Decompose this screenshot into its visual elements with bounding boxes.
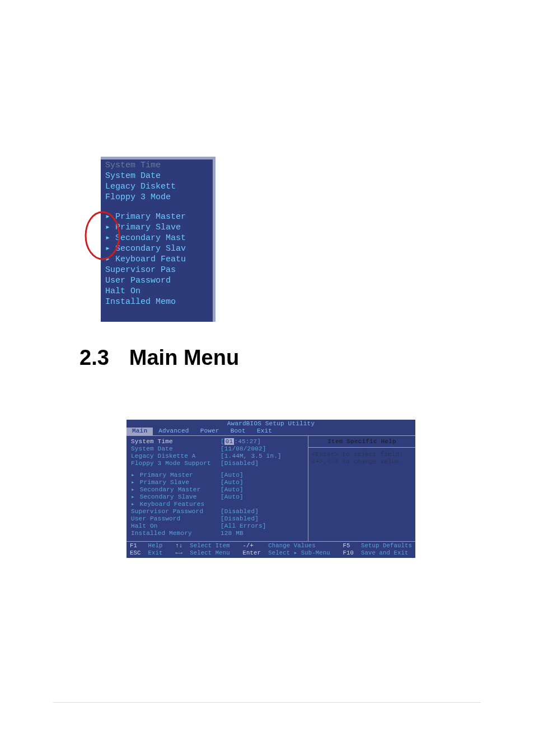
snippet-item-system-date: System Date: [105, 171, 212, 181]
tab-main[interactable]: Main: [127, 428, 153, 435]
help-title: Item Specific Help: [312, 438, 412, 445]
field-legacy-diskette-a[interactable]: Legacy Diskette A [1.44M, 3.5 in.]: [131, 453, 308, 460]
desc-change-values: Change Values: [268, 542, 316, 549]
value-user-password: [Disabled]: [221, 515, 259, 523]
field-primary-master[interactable]: ▸ Primary Master [Auto]: [131, 472, 308, 479]
footer-leftright: ←→ Select Menu: [175, 550, 230, 557]
bios-menu-bar: Main Advanced Power Boot Exit: [127, 428, 415, 435]
footer-esc: ESC Exit: [130, 550, 163, 557]
tab-exit[interactable]: Exit: [251, 428, 278, 435]
snippet-separator: [105, 203, 212, 212]
help-line-1: <Enter> to select field;: [312, 451, 412, 458]
red-callout-circle: [84, 210, 121, 261]
label-user-password: User Password: [131, 515, 221, 523]
field-halt-on[interactable]: Halt On [All Errors]: [131, 523, 308, 530]
label-halt-on: Halt On: [131, 523, 221, 530]
section-heading: 2.3Main Menu: [79, 346, 239, 370]
submenu-arrow-icon: ▸: [131, 501, 135, 508]
snippet-item-installed-memory: Installed Memo: [105, 297, 212, 307]
desc-select-submenu: Select ▸ Sub-Menu: [268, 550, 330, 556]
svg-point-0: [86, 212, 119, 259]
bios-help-panel: Item Specific Help <Enter> to select fie…: [308, 436, 415, 541]
key-leftright: ←→: [175, 550, 182, 556]
label-system-time: System Time: [131, 438, 221, 445]
tab-power[interactable]: Power: [195, 428, 225, 435]
value-primary-slave: [Auto]: [221, 479, 243, 486]
label-primary-master: ▸ Primary Master: [131, 472, 221, 479]
field-secondary-slave[interactable]: ▸ Secondary Slave [Auto]: [131, 494, 308, 501]
label-legacy-diskette-a: Legacy Diskette A: [131, 453, 221, 460]
field-floppy-3[interactable]: Floppy 3 Mode Support [Disabled]: [131, 460, 308, 467]
page-footer-rule: [53, 702, 481, 703]
submenu-arrow-icon: ▸: [131, 472, 135, 478]
snippet-primary-master-label: Primary Master: [115, 212, 186, 222]
field-system-date[interactable]: System Date [11/08/2002]: [131, 445, 308, 453]
snippet-secondary-master-label: Secondary Mast: [115, 233, 186, 243]
value-legacy-diskette-a: [1.44M, 3.5 in.]: [221, 453, 282, 460]
snippet-item-primary-master: ▸ Primary Master: [105, 212, 212, 222]
footer-f5: F5 Setup Defaults: [343, 542, 412, 550]
field-supervisor-password[interactable]: Supervisor Password [Disabled]: [131, 508, 308, 515]
keyboard-features-text: Keyboard Features: [140, 501, 205, 508]
snippet-text-block: System Time System Date Legacy Diskett F…: [105, 160, 212, 307]
desc-save-exit: Save and Exit: [361, 550, 409, 556]
field-system-time[interactable]: System Time [01:45:27]: [131, 438, 308, 445]
secondary-master-text: Secondary Master: [140, 486, 201, 493]
heading-number: 2.3: [79, 346, 109, 369]
label-floppy-3: Floppy 3 Mode Support: [131, 460, 221, 467]
snippet-item-primary-slave: ▸ Primary Slave: [105, 222, 212, 233]
snippet-item-supervisor-password: Supervisor Pas: [105, 265, 212, 275]
key-esc: ESC: [130, 550, 141, 556]
help-separator: [308, 447, 415, 448]
value-primary-master: [Auto]: [221, 472, 243, 479]
field-user-password[interactable]: User Password [Disabled]: [131, 515, 308, 523]
footer-updown: ↑↓ Select Item: [175, 542, 230, 550]
primary-slave-text: Primary Slave: [140, 479, 189, 486]
key-updown: ↑↓: [175, 542, 182, 549]
snippet-item-keyboard-features: ▸ Keyboard Featu: [105, 254, 212, 265]
desc-setup-defaults: Setup Defaults: [361, 542, 412, 549]
value-halt-on: [All Errors]: [221, 523, 266, 530]
value-supervisor-password: [Disabled]: [221, 508, 259, 515]
bios-snippet: System Time System Date Legacy Diskett F…: [84, 157, 213, 319]
key-plusminus: -/+: [243, 542, 254, 549]
document-page: System Time System Date Legacy Diskett F…: [0, 0, 534, 756]
tab-boot[interactable]: Boot: [225, 428, 251, 435]
snippet-secondary-slave-label: Secondary Slav: [115, 244, 186, 253]
footer-f1: F1 Help: [130, 542, 163, 550]
value-floppy-3: [Disabled]: [221, 460, 259, 467]
submenu-arrow-icon: ▸: [131, 479, 135, 486]
value-system-date: [11/08/2002]: [221, 445, 266, 453]
field-primary-slave[interactable]: ▸ Primary Slave [Auto]: [131, 479, 308, 486]
value-secondary-slave: [Auto]: [221, 494, 243, 501]
desc-select-menu: Select Menu: [190, 550, 230, 556]
label-secondary-slave: ▸ Secondary Slave: [131, 494, 221, 501]
field-secondary-master[interactable]: ▸ Secondary Master [Auto]: [131, 486, 308, 494]
tab-advanced[interactable]: Advanced: [153, 428, 194, 435]
label-system-date: System Date: [131, 445, 221, 453]
footer-col-1: F1 Help ESC Exit: [130, 542, 163, 557]
footer-enter: Enter Select ▸ Sub-Menu: [243, 550, 330, 557]
snippet-item-halt-on: Halt On: [105, 286, 212, 297]
field-keyboard-features[interactable]: ▸ Keyboard Features: [131, 501, 308, 508]
snippet-item-legacy-diskette: Legacy Diskett: [105, 181, 212, 192]
value-installed-memory: 128 MB: [221, 530, 243, 537]
footer-col-3: -/+ Change Values Enter Select ▸ Sub-Men…: [243, 542, 330, 557]
bios-fields-panel: System Time [01:45:27] System Date [11/0…: [127, 436, 308, 541]
label-installed-memory: Installed Memory: [131, 530, 221, 537]
label-secondary-master: ▸ Secondary Master: [131, 486, 221, 494]
snippet-item-floppy: Floppy 3 Mode: [105, 192, 212, 203]
key-f1: F1: [130, 542, 137, 549]
key-enter: Enter: [243, 550, 261, 556]
snippet-item-secondary-master: ▸ Secondary Mast: [105, 233, 212, 243]
field-installed-memory: Installed Memory 128 MB: [131, 530, 308, 537]
snippet-item-system-time: System Time: [105, 160, 212, 171]
heading-title: Main Menu: [129, 346, 239, 369]
primary-master-text: Primary Master: [140, 472, 193, 478]
system-time-rest: :45:27]: [234, 438, 261, 445]
label-supervisor-password: Supervisor Password: [131, 508, 221, 515]
snippet-keyboard-features-label: Keyboard Featu: [115, 255, 186, 264]
footer-col-4: F5 Setup Defaults F10 Save and Exit: [343, 542, 412, 557]
help-line-2: <+>,<-> to change value.: [312, 458, 412, 466]
value-secondary-master: [Auto]: [221, 486, 243, 494]
